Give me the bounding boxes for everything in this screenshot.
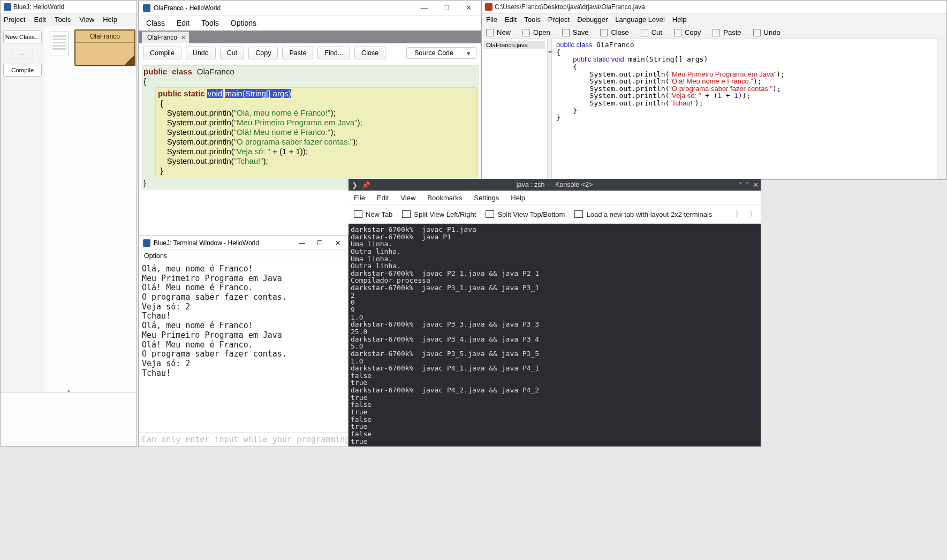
save-button[interactable]: Save <box>562 28 589 36</box>
menu-options[interactable]: Options <box>231 19 256 27</box>
konsole-titlebar[interactable]: ❯ 📌 java : zsh — Konsole <2> ˅ ˄ ✕ <box>349 179 761 191</box>
bluej-terminal-window: BlueJ: Terminal Window - HelloWorld — ☐ … <box>138 236 349 447</box>
class-box-olafranco[interactable]: OlaFranco <box>74 29 135 66</box>
undo-button[interactable]: Undo <box>186 47 216 59</box>
minimize-button[interactable]: ˅ <box>739 181 743 189</box>
konsole-output[interactable]: darkstar-6700k% javac P1.java darkstar-6… <box>349 224 761 447</box>
terminal-icon: ❯ <box>352 181 358 189</box>
close-window-button[interactable]: ✕ <box>330 239 346 247</box>
paste-button[interactable]: Paste <box>282 47 313 59</box>
file-list[interactable]: OlaFranco.java <box>482 39 548 179</box>
menu-file[interactable]: File <box>354 194 365 202</box>
copy-button[interactable]: Copy <box>248 47 278 59</box>
view-select[interactable]: Source Code <box>406 47 476 59</box>
menu-edit2[interactable]: Edit <box>177 19 190 27</box>
layout-button[interactable]: Load a new tab with layout 2x2 terminals <box>574 210 712 218</box>
menu-class[interactable]: Class <box>146 19 165 27</box>
menu-tools2[interactable]: Tools <box>201 19 219 27</box>
minimize-button[interactable]: — <box>294 239 310 247</box>
minimize-button[interactable]: — <box>414 4 434 12</box>
drjava-menubar: File Edit Tools Project Debugger Languag… <box>482 13 946 26</box>
menu-project[interactable]: Project <box>4 16 25 24</box>
editor-tabbar: OlaFranco ✕ <box>139 31 481 43</box>
drjava-code-editor[interactable]: public class OlaFranco { public static v… <box>552 39 937 179</box>
brace: } <box>143 178 146 187</box>
undo-button[interactable]: Undo <box>753 28 781 36</box>
readme-icon[interactable] <box>50 32 69 56</box>
menu-help[interactable]: Help <box>103 16 117 24</box>
menu-edit[interactable]: Edit <box>505 16 517 24</box>
terminal-output[interactable]: Olá, meu nome é Franco! Meu Primeiro Pro… <box>139 262 348 432</box>
code: System.out.println( <box>167 127 234 137</box>
split-tb-button[interactable]: Split View Top/Bottom <box>486 210 565 218</box>
editor-title: OlaFranco - HelloWorld <box>154 4 221 12</box>
open-button[interactable]: Open <box>522 28 550 36</box>
drjava-window: C:\Users\Franco\Desktop\java\drjava\OlaF… <box>481 0 947 180</box>
maximize-button[interactable]: ☐ <box>312 239 328 247</box>
close-button[interactable]: Close <box>600 28 628 36</box>
menu-debugger[interactable]: Debugger <box>577 16 608 24</box>
close-tab-icon[interactable]: ✕ <box>181 34 186 41</box>
nav-prev-icon[interactable]: 〉 <box>735 209 742 219</box>
maximize-button[interactable]: ☐ <box>436 4 457 12</box>
view-select-label: Source Code <box>414 49 453 57</box>
close-window-button[interactable]: ✕ <box>458 4 479 12</box>
menu-settings[interactable]: Settings <box>474 194 499 202</box>
copy-button[interactable]: Copy <box>674 28 701 36</box>
menu-help[interactable]: Help <box>672 16 687 24</box>
menu-bookmarks[interactable]: Bookmarks <box>427 194 462 202</box>
splitter[interactable]: ◂▸ <box>548 39 552 179</box>
menu-project[interactable]: Project <box>548 16 570 24</box>
file-item[interactable]: OlaFranco.java <box>484 41 545 49</box>
drjava-title: C:\Users\Franco\Desktop\java\drjava\OlaF… <box>495 1 645 13</box>
new-tab-button[interactable]: New Tab <box>354 210 392 218</box>
menu-view[interactable]: View <box>400 194 415 202</box>
code: System.out.println( <box>167 156 234 165</box>
copy-icon <box>674 29 681 36</box>
new-button[interactable]: New <box>486 28 511 36</box>
collapse-icon[interactable]: ◂▸ <box>548 49 553 54</box>
object-bench[interactable] <box>1 392 137 446</box>
menu-edit[interactable]: Edit <box>377 194 389 202</box>
menu-tools[interactable]: Tools <box>55 16 71 24</box>
undo-icon <box>753 29 761 36</box>
menu-file[interactable]: File <box>486 16 497 24</box>
new-class-button[interactable]: New Class... <box>3 31 42 43</box>
drjava-icon <box>485 3 493 11</box>
code: ); <box>353 137 358 146</box>
terminal-titlebar[interactable]: BlueJ: Terminal Window - HelloWorld — ☐ … <box>139 236 348 250</box>
close-window-button[interactable]: ✕ <box>753 181 759 189</box>
find-button[interactable]: Find... <box>317 47 350 59</box>
paste-button[interactable]: Paste <box>713 28 741 36</box>
konsole-window: ❯ 📌 java : zsh — Konsole <2> ˅ ˄ ✕ File … <box>349 179 761 447</box>
cut-button[interactable]: Cut <box>641 28 662 36</box>
scrollbar[interactable] <box>937 39 946 179</box>
editor-titlebar[interactable]: OlaFranco - HelloWorld — ☐ ✕ <box>139 1 481 16</box>
class-diagram-canvas[interactable]: OlaFranco <box>44 26 137 392</box>
inheritance-arrow-button[interactable]: → <box>12 49 33 58</box>
menu-help[interactable]: Help <box>511 194 525 202</box>
selection: main(String[] args) <box>225 89 291 98</box>
compile-button[interactable]: Compile <box>143 47 181 59</box>
compile-button[interactable]: Compile <box>3 64 42 77</box>
split-lr-button[interactable]: Split View Left/Right <box>402 210 476 218</box>
close-button[interactable]: Close <box>354 47 385 59</box>
menu-tools[interactable]: Tools <box>524 16 540 24</box>
menu-edit[interactable]: Edit <box>34 16 46 24</box>
lbl: New <box>497 28 511 36</box>
editor-menubar: Class Edit Tools Options <box>139 16 481 31</box>
terminal-menubar: Options <box>139 250 348 262</box>
pin-icon[interactable]: 📌 <box>362 181 370 189</box>
bluej-project-body: New Class... → Compile OlaFranco <box>1 26 137 446</box>
editor-tab-olafranco[interactable]: OlaFranco ✕ <box>142 32 189 43</box>
drjava-titlebar[interactable]: C:\Users\Franco\Desktop\java\drjava\OlaF… <box>482 1 946 13</box>
code: System.out.println( <box>167 108 234 117</box>
menu-language[interactable]: Language Level <box>615 16 665 24</box>
bluej-project-titlebar[interactable]: BlueJ: HelloWorld <box>1 1 137 13</box>
ident: OlaFranco <box>197 67 234 76</box>
menu-options[interactable]: Options <box>144 252 167 260</box>
nav-next-icon[interactable]: 〉 <box>749 209 756 219</box>
maximize-button[interactable]: ˄ <box>746 181 749 189</box>
cut-button[interactable]: Cut <box>220 47 244 59</box>
menu-view[interactable]: View <box>79 16 94 24</box>
